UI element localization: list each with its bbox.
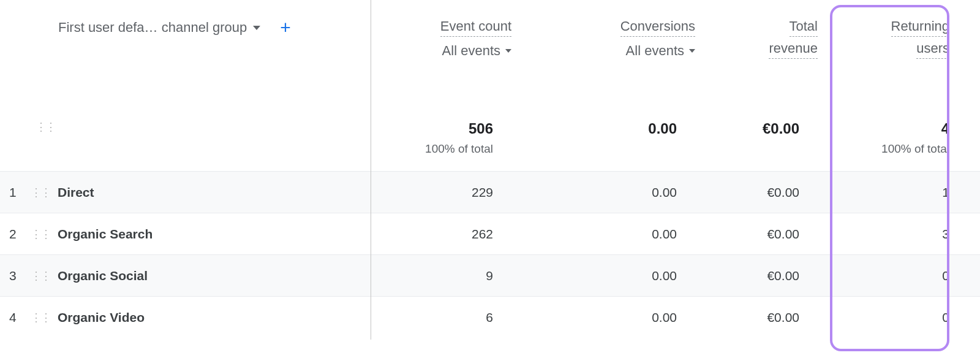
cell-event-count: 229 xyxy=(371,172,511,213)
dimension-value[interactable]: Organic Social xyxy=(58,268,148,283)
drag-handle-icon[interactable]: ⋮⋮ xyxy=(36,120,55,134)
filter-label: All events xyxy=(626,43,684,59)
cell-conversions: 0.00 xyxy=(511,172,695,213)
metric-label: Conversions xyxy=(620,18,695,37)
dimension-value[interactable]: Organic Search xyxy=(58,227,153,242)
total-returning-users: 4 100% of total xyxy=(818,59,980,172)
table-row[interactable]: 3 ⋮⋮ Organic Social 9 0.00 €0.00 0 xyxy=(0,255,980,297)
cell-conversions: 0.00 xyxy=(511,297,695,338)
metric-label-line2: revenue xyxy=(769,40,818,59)
cell-returning-users: 0 xyxy=(818,255,980,297)
column-header-total-revenue[interactable]: Total revenue xyxy=(769,18,818,59)
user-acquisition-table: First user defa… channel group + Event c… xyxy=(0,0,980,338)
total-sub: 100% of total xyxy=(371,142,493,156)
conversions-filter[interactable]: All events xyxy=(620,43,695,59)
cell-returning-users: 1 xyxy=(818,172,980,213)
cell-conversions: 0.00 xyxy=(511,213,695,255)
metric-label-line2: users xyxy=(916,40,949,59)
total-value: 4 xyxy=(818,120,949,137)
total-revenue: €0.00 xyxy=(695,59,818,172)
filter-label: All events xyxy=(442,43,500,59)
table-row[interactable]: 4 ⋮⋮ Organic Video 6 0.00 €0.00 0 xyxy=(0,297,980,338)
total-value: €0.00 xyxy=(695,120,799,137)
cell-total-revenue: €0.00 xyxy=(695,172,818,213)
dimension-selector-label[interactable]: First user defa… channel group xyxy=(58,20,247,36)
dimension-value[interactable]: Organic Video xyxy=(58,310,145,325)
column-header-returning-users[interactable]: Returning users xyxy=(891,18,949,59)
chevron-down-icon[interactable] xyxy=(253,26,260,30)
column-header-conversions[interactable]: Conversions All events xyxy=(620,18,695,59)
total-conversions: 0.00 xyxy=(511,59,695,172)
table-row[interactable]: 2 ⋮⋮ Organic Search 262 0.00 €0.00 3 xyxy=(0,213,980,255)
cell-conversions: 0.00 xyxy=(511,255,695,297)
add-dimension-button[interactable]: + xyxy=(276,18,295,37)
chevron-down-icon xyxy=(505,49,511,53)
row-number: 1 xyxy=(0,185,31,200)
cell-total-revenue: €0.00 xyxy=(695,213,818,255)
cell-event-count: 6 xyxy=(371,297,511,338)
metric-label-line1: Total xyxy=(790,18,818,37)
cell-returning-users: 3 xyxy=(818,213,980,255)
dimension-value[interactable]: Direct xyxy=(58,185,94,200)
event-count-filter[interactable]: All events xyxy=(440,43,511,59)
table-header-row: First user defa… channel group + Event c… xyxy=(0,0,980,59)
cell-event-count: 9 xyxy=(371,255,511,297)
total-value: 0.00 xyxy=(511,120,677,137)
cell-event-count: 262 xyxy=(371,213,511,255)
row-number: 2 xyxy=(0,227,31,242)
total-value: 506 xyxy=(371,120,493,137)
total-sub: 100% of total xyxy=(818,142,949,156)
chevron-down-icon xyxy=(689,49,695,53)
drag-handle-icon[interactable]: ⋮⋮ xyxy=(31,311,58,324)
table-row[interactable]: 1 ⋮⋮ Direct 229 0.00 €0.00 1 xyxy=(0,172,980,213)
metric-label-line1: Returning xyxy=(891,18,949,37)
row-number: 3 xyxy=(0,268,31,283)
cell-total-revenue: €0.00 xyxy=(695,297,818,338)
drag-handle-icon[interactable]: ⋮⋮ xyxy=(31,227,58,241)
drag-handle-icon[interactable]: ⋮⋮ xyxy=(31,269,58,283)
row-number: 4 xyxy=(0,310,31,325)
cell-returning-users: 0 xyxy=(818,297,980,338)
column-separator xyxy=(371,0,371,340)
totals-row: ⋮⋮ 506 100% of total 0.00 €0.00 4 100% o… xyxy=(0,59,980,172)
metric-label: Event count xyxy=(440,18,511,37)
drag-handle-icon[interactable]: ⋮⋮ xyxy=(31,186,58,199)
column-header-event-count[interactable]: Event count All events xyxy=(440,18,511,59)
total-event-count: 506 100% of total xyxy=(371,59,511,172)
cell-total-revenue: €0.00 xyxy=(695,255,818,297)
